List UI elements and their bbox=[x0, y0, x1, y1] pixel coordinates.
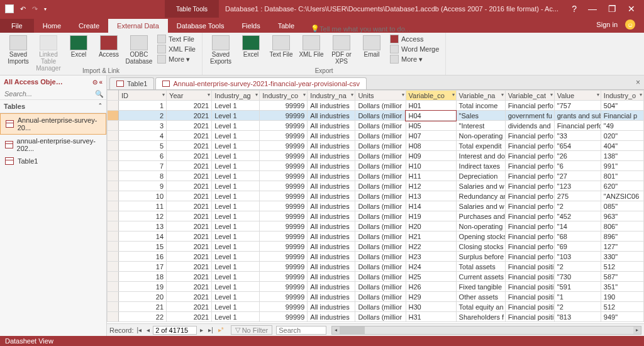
data-cell[interactable]: 2021 bbox=[167, 282, 212, 292]
new-record-button[interactable]: ▸* bbox=[216, 326, 226, 333]
column-header[interactable]: Variable_co▾ bbox=[406, 91, 456, 101]
data-cell[interactable]: 2021 bbox=[167, 121, 212, 131]
data-cell[interactable]: Non-operating bbox=[456, 221, 505, 232]
data-cell[interactable]: 2021 bbox=[167, 232, 212, 242]
data-cell[interactable]: 99999 bbox=[260, 252, 308, 262]
filter-dropdown-icon[interactable]: ▾ bbox=[255, 92, 258, 98]
data-cell[interactable]: Level 1 bbox=[212, 121, 260, 131]
row-selector-cell[interactable] bbox=[108, 221, 119, 232]
data-cell[interactable]: Indirect taxes bbox=[456, 161, 505, 171]
data-cell[interactable]: Financial positi bbox=[505, 312, 554, 322]
data-cell[interactable]: 963" bbox=[601, 211, 643, 221]
data-cell[interactable]: H11 bbox=[406, 171, 456, 181]
filter-dropdown-icon[interactable]: ▾ bbox=[351, 92, 353, 98]
table-row[interactable]: 62021Level 199999All industriesDollars (… bbox=[108, 151, 644, 161]
data-cell[interactable]: Financial perfo bbox=[505, 161, 554, 171]
data-cell[interactable]: 330" bbox=[601, 252, 643, 262]
data-cell[interactable]: 99999 bbox=[260, 242, 308, 252]
filter-dropdown-icon[interactable]: ▾ bbox=[208, 92, 210, 98]
data-cell[interactable]: 2021 bbox=[167, 292, 212, 302]
select-all-cell[interactable] bbox=[108, 91, 119, 101]
data-cell[interactable]: 99999 bbox=[260, 302, 308, 312]
data-cell[interactable]: Financial positi bbox=[505, 292, 554, 302]
horizontal-scrollbar[interactable]: ◂ ▸ bbox=[331, 326, 641, 335]
column-header[interactable]: Industry_ag▾ bbox=[212, 91, 260, 101]
column-header[interactable]: Industry_co▾ bbox=[260, 91, 308, 101]
data-cell[interactable]: 12 bbox=[119, 211, 167, 221]
qat-dropdown-icon[interactable]: ▾ bbox=[44, 6, 47, 12]
data-cell[interactable]: 99999 bbox=[260, 232, 308, 242]
data-cell[interactable]: Financial perfo bbox=[505, 181, 554, 191]
column-header[interactable]: Units▾ bbox=[355, 91, 406, 101]
import-xml-button[interactable]: XML File bbox=[155, 44, 198, 54]
column-header[interactable]: Year▾ bbox=[167, 91, 212, 101]
filter-indicator[interactable]: ▽No Filter bbox=[231, 325, 273, 335]
data-cell[interactable]: Dollars (millior bbox=[355, 302, 406, 312]
row-selector-cell[interactable] bbox=[108, 171, 119, 181]
data-cell[interactable]: 085" bbox=[601, 201, 643, 211]
data-cell[interactable]: 17 bbox=[119, 262, 167, 272]
data-cell[interactable]: Financial positi bbox=[505, 302, 554, 312]
data-cell[interactable]: 99999 bbox=[260, 121, 308, 131]
data-cell[interactable]: Shareholders f bbox=[456, 312, 505, 322]
data-cell[interactable]: 2021 bbox=[167, 161, 212, 171]
filter-dropdown-icon[interactable]: ▾ bbox=[550, 92, 553, 98]
minimize-icon[interactable]: — bbox=[588, 4, 597, 14]
data-cell[interactable]: 9 bbox=[119, 181, 167, 191]
data-cell[interactable]: Purchases and bbox=[456, 211, 505, 221]
scroll-left-icon[interactable]: ◂ bbox=[332, 326, 340, 334]
data-cell[interactable]: Level 1 bbox=[212, 131, 260, 141]
data-cell[interactable]: All industries bbox=[308, 312, 355, 322]
row-selector-cell[interactable] bbox=[108, 111, 119, 121]
table-row[interactable]: 32021Level 199999All industriesDollars (… bbox=[108, 121, 644, 131]
tab-home[interactable]: Home bbox=[34, 19, 70, 33]
data-cell[interactable]: Financial perfo bbox=[505, 101, 554, 111]
data-cell[interactable]: Level 1 bbox=[212, 312, 260, 322]
data-cell[interactable]: Financial perfo bbox=[505, 211, 554, 221]
nav-item-table[interactable]: annual-enterprise-survey-202... bbox=[0, 135, 106, 155]
row-selector-cell[interactable] bbox=[108, 252, 119, 262]
table-row[interactable]: 42021Level 199999All industriesDollars (… bbox=[108, 131, 644, 141]
record-number-input[interactable] bbox=[153, 326, 197, 335]
data-cell[interactable]: 18 bbox=[119, 272, 167, 282]
save-icon[interactable] bbox=[5, 4, 14, 13]
data-cell[interactable]: All industries bbox=[308, 191, 355, 201]
nav-dropdown-icon[interactable]: ⊙ « bbox=[92, 79, 103, 86]
nav-item-table[interactable]: Annual-enterprise-survey-20... bbox=[0, 113, 106, 135]
data-cell[interactable]: Salaries and w bbox=[456, 201, 505, 211]
data-cell[interactable]: 19 bbox=[119, 282, 167, 292]
data-cell[interactable]: Level 1 bbox=[212, 201, 260, 211]
data-cell[interactable]: All industries bbox=[308, 151, 355, 161]
data-cell[interactable]: "14 bbox=[554, 221, 601, 232]
data-cell[interactable]: 2021 bbox=[167, 191, 212, 201]
table-row[interactable]: 52021Level 199999All industriesDollars (… bbox=[108, 141, 644, 151]
data-cell[interactable]: All industries bbox=[308, 292, 355, 302]
data-cell[interactable]: Financial perfo bbox=[505, 221, 554, 232]
data-cell[interactable]: Dollars (millior bbox=[355, 312, 406, 322]
data-cell[interactable]: Financial perfo bbox=[505, 151, 554, 161]
data-cell[interactable]: Financial perfo bbox=[505, 201, 554, 211]
data-cell[interactable]: H05 bbox=[406, 121, 456, 131]
data-cell[interactable]: 801" bbox=[601, 171, 643, 181]
data-cell[interactable]: 99999 bbox=[260, 262, 308, 272]
data-cell[interactable]: 10 bbox=[119, 191, 167, 201]
table-row[interactable]: 72021Level 199999All industriesDollars (… bbox=[108, 161, 644, 171]
data-cell[interactable]: 806" bbox=[601, 221, 643, 232]
help-icon[interactable]: ? bbox=[572, 4, 577, 14]
data-cell[interactable]: Dollars (millior bbox=[355, 131, 406, 141]
data-cell[interactable]: Level 1 bbox=[212, 252, 260, 262]
data-cell[interactable]: 99999 bbox=[260, 312, 308, 322]
row-selector-cell[interactable] bbox=[108, 272, 119, 282]
filter-dropdown-icon[interactable]: ▾ bbox=[402, 92, 404, 98]
scroll-right-icon[interactable]: ▸ bbox=[633, 326, 641, 334]
tab-fields[interactable]: Fields bbox=[233, 19, 269, 33]
row-selector-cell[interactable] bbox=[108, 141, 119, 151]
data-cell[interactable]: Level 1 bbox=[212, 181, 260, 191]
document-tab[interactable]: Annual-enterprise-survey-2021-financial-… bbox=[155, 77, 367, 89]
data-cell[interactable]: 991" bbox=[601, 161, 643, 171]
data-cell[interactable]: 2021 bbox=[167, 201, 212, 211]
restore-icon[interactable]: ❐ bbox=[608, 4, 616, 14]
data-cell[interactable]: 587" bbox=[601, 272, 643, 282]
data-cell[interactable]: All industries bbox=[308, 101, 355, 111]
data-cell[interactable]: "49 bbox=[601, 121, 643, 131]
